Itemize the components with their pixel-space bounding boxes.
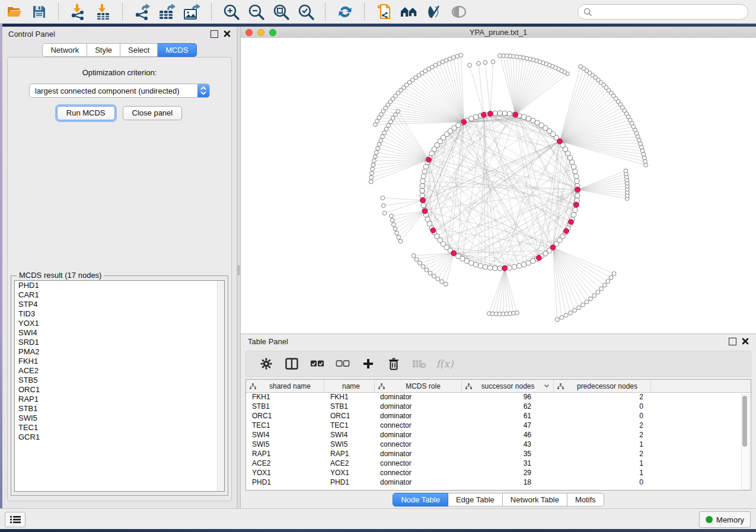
table-cell[interactable]: SWI4 [324, 431, 375, 439]
select-all-button[interactable] [310, 357, 324, 371]
table-scrollbar-thumb[interactable] [742, 396, 747, 447]
search-input[interactable] [596, 5, 748, 18]
optimization-criterion-select[interactable]: largest connected component (undirected) [29, 84, 210, 98]
table-cell[interactable]: 46 [462, 431, 554, 439]
gear-button[interactable] [259, 357, 273, 371]
mcds-result-item[interactable]: SRD1 [15, 338, 224, 347]
mcds-result-item[interactable]: CAR1 [15, 290, 224, 300]
table-cell[interactable]: 2 [554, 421, 651, 430]
table-cell[interactable]: YOX1 [324, 469, 375, 477]
mcds-result-item[interactable]: STB5 [15, 376, 224, 385]
save-session-button[interactable] [30, 3, 48, 21]
run-mcds-button[interactable]: Run MCDS [57, 106, 115, 120]
mcds-result-item[interactable]: TEC1 [15, 423, 224, 432]
table-cell[interactable]: 2 [554, 450, 651, 458]
table-row[interactable]: PHD1PHD1dominator180 [246, 477, 751, 487]
mcds-result-item[interactable]: SWI5 [15, 414, 224, 423]
houses-button[interactable] [400, 3, 418, 21]
mcds-result-item[interactable]: FKH1 [15, 357, 224, 366]
table-cell[interactable]: SWI5 [324, 440, 375, 448]
table-cell[interactable]: STB1 [324, 402, 375, 411]
table-cell[interactable]: ORC1 [246, 412, 324, 420]
mcds-result-item[interactable]: GCR1 [15, 432, 224, 442]
table-row[interactable]: ACE2ACE2connector311 [246, 459, 751, 468]
deselect-all-button[interactable] [336, 357, 350, 371]
mcds-result-item[interactable]: STB1 [15, 404, 224, 414]
table-cell[interactable]: PHD1 [324, 478, 375, 486]
table-cell[interactable]: 47 [462, 421, 554, 430]
table-cell[interactable]: TEC1 [246, 421, 324, 430]
network-canvas[interactable] [241, 38, 756, 334]
table-cell[interactable]: FKH1 [324, 393, 375, 401]
mcds-result-item[interactable]: SWI4 [15, 328, 224, 338]
mcds-result-item[interactable]: TID3 [15, 309, 224, 319]
table-cell[interactable]: dominator [375, 412, 462, 420]
table-cell[interactable]: dominator [375, 393, 462, 401]
table-cell[interactable]: FKH1 [246, 393, 324, 401]
close-panel-icon[interactable] [742, 338, 749, 345]
table-cell[interactable]: 0 [554, 478, 651, 486]
table-cell[interactable]: dominator [375, 431, 462, 439]
table-row[interactable]: YOX1YOX1connector291 [246, 468, 751, 477]
hide-panels-button[interactable] [425, 3, 443, 21]
table-cell[interactable]: ORC1 [324, 412, 375, 420]
import-table-from-file-button[interactable] [94, 3, 112, 21]
float-panel-icon[interactable] [210, 30, 218, 38]
apply-layout-button[interactable] [336, 3, 354, 21]
table-cell[interactable]: ACE2 [246, 459, 324, 467]
mcds-result-item[interactable]: PHD1 [15, 281, 224, 290]
split-columns-button[interactable] [285, 357, 299, 371]
table-cell[interactable]: RAP1 [246, 450, 324, 458]
table-cell[interactable]: 35 [462, 450, 554, 458]
column-header-shared-name[interactable]: shared name [246, 380, 324, 392]
table-cell[interactable]: connector [375, 469, 462, 477]
table-row[interactable]: SWI4SWI4dominator462 [246, 430, 751, 440]
close-panel-button[interactable]: Close panel [123, 106, 183, 120]
table-cell[interactable]: 2 [554, 431, 651, 439]
table-cell[interactable]: dominator [375, 402, 462, 411]
eye-button[interactable] [450, 3, 468, 21]
table-cell[interactable]: dominator [375, 450, 462, 458]
column-header-successor-nodes[interactable]: successor nodes [462, 380, 554, 392]
tab-select[interactable]: Select [120, 43, 158, 57]
table-cell[interactable]: PHD1 [246, 478, 324, 486]
table-row[interactable]: SWI5SWI5connector431 [246, 440, 751, 449]
table-cell[interactable]: TEC1 [324, 421, 375, 430]
table-cell[interactable]: dominator [375, 478, 462, 486]
table-cell[interactable]: 18 [462, 478, 554, 486]
tab-style[interactable]: Style [87, 43, 120, 57]
table-row[interactable]: ORC1ORC1dominator610 [246, 411, 751, 421]
mcds-result-item[interactable]: ORC1 [15, 385, 224, 395]
table-cell[interactable]: 1 [554, 459, 651, 467]
tab-edge-table[interactable]: Edge Table [448, 493, 503, 507]
mcds-result-item[interactable]: ACE2 [15, 366, 224, 376]
table-cell[interactable]: 43 [462, 440, 554, 448]
network-graph[interactable] [241, 38, 756, 334]
export-table-button[interactable] [158, 3, 176, 21]
table-cell[interactable]: STB1 [246, 402, 324, 411]
table-row[interactable]: RAP1RAP1dominator352 [246, 449, 751, 459]
table-cell[interactable]: connector [375, 440, 462, 448]
table-cell[interactable]: YOX1 [246, 469, 324, 477]
show-log-button[interactable] [5, 512, 25, 527]
add-column-button[interactable] [361, 357, 375, 371]
tab-node-table[interactable]: Node Table [393, 493, 448, 507]
table-cell[interactable]: 61 [462, 412, 554, 420]
memory-button[interactable]: Memory [699, 511, 751, 528]
tab-network-table[interactable]: Network Table [503, 493, 567, 507]
table-cell[interactable]: RAP1 [324, 450, 375, 458]
table-row[interactable]: FKH1FKH1dominator962 [246, 392, 751, 402]
table-cell[interactable]: 62 [462, 402, 554, 411]
mcds-result-list[interactable]: PHD1CAR1STP4TID3YOX1SWI4SRD1PMA2FKH1ACE2… [14, 280, 225, 492]
table-cell[interactable]: 31 [462, 459, 554, 467]
column-header-predecessor-nodes[interactable]: predecessor nodes [554, 380, 651, 392]
column-header-mcds-role[interactable]: MCDS role [375, 380, 462, 392]
mcds-result-item[interactable]: PMA2 [15, 347, 224, 357]
table-cell[interactable]: 1 [554, 469, 651, 477]
tab-network[interactable]: Network [42, 43, 87, 57]
table-cell[interactable]: 1 [554, 440, 651, 448]
zoom-out-button[interactable] [247, 3, 265, 21]
table-cell[interactable]: 2 [554, 393, 651, 401]
mcds-list-scrollbar[interactable] [217, 281, 224, 491]
export-network-button[interactable] [133, 3, 151, 21]
